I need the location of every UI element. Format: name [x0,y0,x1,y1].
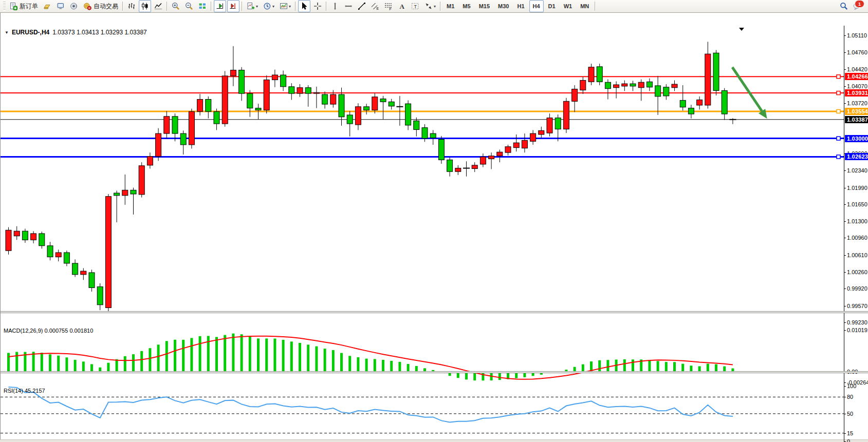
sound-icon-button[interactable] [68,0,80,12]
price-axis-line [844,26,844,442]
svg-text:A: A [400,3,405,10]
chart-shift-button[interactable] [227,0,239,12]
rsi-axis-label: 80 [847,394,868,400]
text-button[interactable]: A [396,0,408,12]
autotrade-button[interactable]: 自动交易 [81,0,120,12]
axis-tick-label: 1.01650 [847,201,868,207]
axis-tick-label: 1.05110 [847,32,868,39]
axis-tick-label: 1.00610 [847,252,868,258]
labelT-icon: T [411,2,419,10]
tf-button-d1[interactable]: D1 [545,0,559,12]
autotrade-icon [83,2,91,10]
templates-button[interactable]: ▾ [278,0,293,12]
chart-ohlc-values: 1.03373 1.03413 1.03293 1.03387 [52,29,147,36]
level-price-flag: 1.02623 [845,153,868,160]
trendline-button[interactable] [356,0,368,12]
chart-symbol-period: EURUSD-,H4 [12,29,49,36]
axis-tick-label: 0.99920 [847,285,868,292]
bar-chart-button[interactable] [125,0,138,12]
horizontal-line-button[interactable] [342,0,355,12]
fibo-icon: F [384,2,393,10]
textA-icon: A [398,2,406,10]
crosshair-button[interactable] [311,0,324,12]
svg-text:T: T [414,4,417,9]
toolbar-separator [167,2,168,11]
axis-tick-label: 1.03720 [847,100,868,106]
search-button[interactable] [838,0,850,12]
arrows-button[interactable]: ▾ [422,0,438,12]
zoomout-icon [185,2,193,10]
axis-tick-label: 1.00960 [847,235,868,241]
zoom-out-button[interactable] [183,0,195,12]
chevron-down-icon: ▾ [434,4,436,9]
fibonacci-button[interactable]: F [382,0,395,12]
zoomin-icon [172,2,180,10]
notification-badge: 1 [855,0,864,8]
indicators-button[interactable]: ▾ [245,0,260,12]
tf-button-h1[interactable]: H1 [513,0,528,12]
macd-panel-splitter[interactable] [1,311,868,313]
bars-icon [127,2,136,10]
tline-icon [358,2,366,10]
chevron-down-icon: ▾ [289,4,291,9]
chart-canvas[interactable] [1,26,868,442]
clock-icon [263,2,271,10]
rsi-axis-label: 0 [847,438,868,442]
vertical-line-button[interactable] [329,0,341,12]
channel-icon: E [371,2,379,10]
axis-tick-label: 1.01300 [847,218,868,224]
auto-scroll-button[interactable] [214,0,226,12]
linechart-icon [154,2,162,10]
tf-button-h4[interactable]: H4 [529,0,544,12]
chevron-down-icon: ▾ [256,4,258,9]
cursor-button[interactable] [298,0,310,12]
tf-button-m15[interactable]: M15 [475,0,493,12]
candlestick-button[interactable] [139,0,151,12]
tf-button-w1[interactable]: W1 [560,0,576,12]
rsi-indicator-label: RSI(14) 45.2157 [4,388,45,394]
new-order-icon [9,2,17,10]
periods-button[interactable]: ▾ [261,0,276,12]
level-price-flag: 1.03000 [845,135,868,142]
tf-button-mn[interactable]: MN [577,0,593,12]
gold-icon [43,2,51,10]
button-label: 新订单 [20,2,38,11]
level-price-flag: 1.03554 [845,108,868,115]
axis-tick-label: 0.99230 [847,319,868,325]
charts-icon-button[interactable] [41,0,53,12]
macd-axis-label: 0.010191 [847,327,868,333]
chart-title: ▼ EURUSD-,H4 1.03373 1.03413 1.03293 1.0… [5,29,147,36]
tile-windows-button[interactable] [196,0,209,12]
current-price-flag: 1.03387 [845,116,868,123]
cursor-icon [300,2,308,10]
shift-icon [229,2,237,10]
zoom-in-button[interactable] [170,0,182,12]
rsi-panel-splitter[interactable] [1,371,868,373]
navigator-icon-button[interactable] [54,0,67,12]
hline-icon [344,2,353,10]
line-chart-button[interactable] [152,0,164,12]
rsi-axis-label: 100 [847,383,868,389]
tf-button-m5[interactable]: M5 [459,0,474,12]
new-order-button[interactable]: 新订单 [7,0,40,12]
monitor-icon [57,2,65,10]
macd-indicator-label: MACD(12,26,9) 0.000755 0.001810 [4,328,93,334]
text-label-button[interactable]: T [409,0,421,12]
toolbar-separator [242,2,243,11]
tf-button-m30[interactable]: M30 [494,0,512,12]
level-price-flag: 1.03931 [845,89,868,97]
toolbar-grip[interactable] [3,2,6,11]
rsi-axis-label: 50 [847,411,868,417]
crosshair-icon [313,2,322,10]
equidistant-channel-button[interactable]: E [369,0,381,12]
chat-button[interactable]: 1 [851,0,863,12]
tf-button-m1[interactable]: M1 [443,0,458,12]
autoscroll-icon [216,2,224,10]
indicators-icon [247,2,255,10]
button-label: 自动交易 [94,2,118,11]
axis-tick-label: 1.01990 [847,185,868,191]
toolbar-separator [295,2,296,11]
chart-window: ▼ EURUSD-,H4 1.03373 1.03413 1.03293 1.0… [0,13,868,439]
chart-menu-icon[interactable]: ▼ [5,30,9,35]
template-icon [280,2,288,10]
